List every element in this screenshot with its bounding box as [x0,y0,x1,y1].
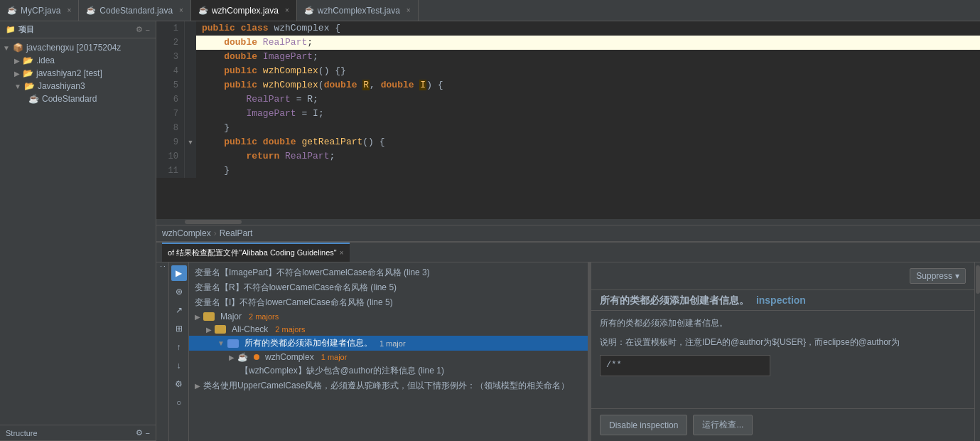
side-label-text: 验: [156,262,169,270]
folder-icon: 📦 [13,43,23,53]
toolbar-settings-btn[interactable]: ⚙ [171,376,187,392]
bottom-tab-close[interactable]: × [340,249,344,257]
breadcrumb: wzhComplex › RealPart [156,225,980,242]
left-toolbar: ▶ ⊛ ↗ ⊞ ↑ ↓ ⚙ ○ [169,262,189,441]
chevron-down-icon: ▼ [3,44,10,52]
suppress-button[interactable]: Suppress ▾ [910,268,966,284]
tab-close-codestandard[interactable]: × [179,6,183,14]
result-item-imagePart[interactable]: 变量名【ImagePart】不符合lowerCamelCase命名风格 (lin… [189,265,588,280]
sidebar-minus-icon[interactable]: − [146,26,150,34]
bottom-tab-results[interactable]: of 结果检查配置文件"Alibaba Coding Guidelines" × [162,243,350,262]
file-icon: ☕ [28,94,39,104]
tab-close-wzhcomplex[interactable]: × [285,6,289,14]
alicheck-folder-icon [215,325,226,334]
tab-wzhcomplextest[interactable]: ☕ wzhComplexTest.java × [297,0,419,21]
code-line-3: 3 double ImagePart; [156,50,980,64]
file-icon-wzh: ☕ [237,352,248,362]
code-line-1: 1 public class wzhComplex { [156,21,980,36]
toolbar-expand-btn[interactable]: ⊞ [171,321,187,336]
code-line-5: 5 public wzhComplex(double R, double I) … [156,78,980,92]
toolbar-export-btn[interactable]: ↗ [171,302,187,318]
horizontal-scrollbar[interactable] [156,219,980,225]
breadcrumb-separator: › [214,228,217,238]
scrollbar-thumb[interactable] [185,220,242,224]
bottom-panel-header: of 结果检查配置文件"Alibaba Coding Guidelines" × [156,243,980,262]
structure-header: Structure ⚙ − [0,425,156,441]
bottom-panel: of 结果检查配置文件"Alibaba Coding Guidelines" ×… [156,242,980,441]
sidebar-header: 📁 项目 ⚙ − [0,21,156,38]
result-item-I[interactable]: 变量名【I】不符合lowerCamelCase命名风格 (line 5) [189,295,588,310]
fold-icon[interactable]: ▼ [188,135,194,149]
toolbar-up-btn[interactable]: ↑ [171,339,187,355]
result-group-major[interactable]: ▶ Major 2 majors [189,310,588,323]
creator-badge: 1 major [379,339,406,348]
folder-icon4: 📂 [24,81,35,91]
result-item-R[interactable]: 变量名【R】不符合lowerCamelCase命名风格 (line 5) [189,280,588,295]
expand-icon-major: ▶ [195,313,200,321]
tab-codestandard[interactable]: ☕ CodeStandard.java × [79,0,191,21]
expand-icon-wzh: ▶ [229,354,235,361]
folder-icon3: 📂 [23,68,33,78]
scrollbar-thumb-right[interactable] [976,265,980,294]
code-line-2: 2 double RealPart; [156,36,980,50]
code-line-9: 9 ▼ public double getRealPart() { [156,135,980,149]
inspection-label: inspection [756,294,806,306]
run-check-button[interactable]: 运行检查... [693,415,753,435]
toolbar-extra-btn[interactable]: ○ [171,395,187,410]
result-item-wzhcomplex[interactable]: ▶ ☕ wzhComplex 1 major [189,351,588,363]
expand-icon-alicheck: ▶ [206,326,212,334]
tree-item-javachengxu[interactable]: ▼ 📦 javachengxu [20175204z [0,41,156,54]
tab-wzhcomplex[interactable]: ☕ wzhComplex.java × [191,0,297,21]
code-line-10: 10 return RealPart; [156,149,980,164]
code-line-4: 4 public wzhComplex() {} [156,64,980,78]
java-icon: ☕ [7,6,17,15]
info-description: 所有的类都必须添加创建者信息。 [600,317,966,330]
tree-item-javashiyan3[interactable]: ▼ 📂 Javashiyan3 [0,80,156,92]
project-sidebar: 📁 项目 ⚙ − ▼ 📦 javachengxu [20175204z ▶ 📂 … [0,21,156,441]
sidebar-gear-icon[interactable]: ⚙ [136,25,143,34]
disable-inspection-button[interactable]: Disable inspection [600,415,687,435]
expand-icon-upper: ▶ [195,382,200,390]
result-group-creator[interactable]: ▼ 所有的类都必须添加创建者信息。 1 major [189,336,588,351]
results-list: 变量名【ImagePart】不符合lowerCamelCase命名风格 (lin… [189,262,588,441]
right-scrollbar[interactable] [974,262,980,441]
toolbar-down-btn[interactable]: ↓ [171,358,187,373]
structure-minus-icon[interactable]: − [146,429,150,437]
bottom-panel-content: 验: ▶ ⊛ ↗ ⊞ ↑ ↓ ⚙ ○ [156,262,980,441]
structure-panel: Structure ⚙ − [0,425,156,441]
code-block: /** [600,355,770,376]
expand-icon-creator: ▼ [217,339,225,347]
project-icon: 📁 [6,25,16,34]
toolbar-run-btn[interactable]: ▶ [171,265,187,281]
result-item-author[interactable]: 【wzhComplex】缺少包含@author的注释信息 (line 1) [189,363,588,378]
right-info-title: 所有的类都必须添加创建者信息。 inspection [600,294,806,306]
java-icon3: ☕ [198,6,208,15]
tree-item-javashiyan2[interactable]: ▶ 📂 javashiyan2 [test] [0,67,156,80]
chevron-right-icon: ▶ [14,57,20,65]
tab-close-mycp[interactable]: × [67,6,71,14]
structure-gear-icon[interactable]: ⚙ [136,428,143,437]
editor-area: 1 public class wzhComplex { 2 double Rea… [156,21,980,441]
creator-icon [227,339,239,348]
code-line-8: 8 } [156,121,980,135]
folder-icon2: 📂 [23,55,33,65]
tab-bar: ☕ MyCP.java × ☕ CodeStandard.java × ☕ wz… [0,0,980,21]
side-label-area: 验: [156,262,169,441]
result-group-alicheck[interactable]: ▶ Ali-Check 2 majors [189,323,588,336]
tree-item-codestandard[interactable]: ☕ CodeStandard [0,92,156,105]
tab-close-wzhcomplextest[interactable]: × [406,6,411,14]
java-icon4: ☕ [304,6,314,15]
warning-dot-icon [254,354,259,360]
toolbar-filter-btn[interactable]: ⊛ [171,284,187,299]
results-panel: 变量名【ImagePart】不符合lowerCamelCase命名风格 (lin… [189,262,588,441]
java-icon2: ☕ [86,6,96,15]
tab-mycp[interactable]: ☕ MyCP.java × [0,0,79,21]
breadcrumb-class: wzhComplex [162,228,211,238]
result-item-upper[interactable]: ▶ 类名使用UpperCamelCase风格，必须遵从驼峰形式，但以下情形例外：… [189,378,588,393]
tree-item-idea[interactable]: ▶ 📂 .idea [0,54,156,67]
chevron-right-icon2: ▶ [14,70,20,78]
code-line-11: 11 } [156,164,980,178]
code-line-7: 7 ImagePart = I; [156,107,980,121]
code-editor[interactable]: 1 public class wzhComplex { 2 double Rea… [156,21,980,219]
info-note: 说明：在设置模板时，注意IDEA的@author为${USER}，而eclips… [600,336,966,349]
